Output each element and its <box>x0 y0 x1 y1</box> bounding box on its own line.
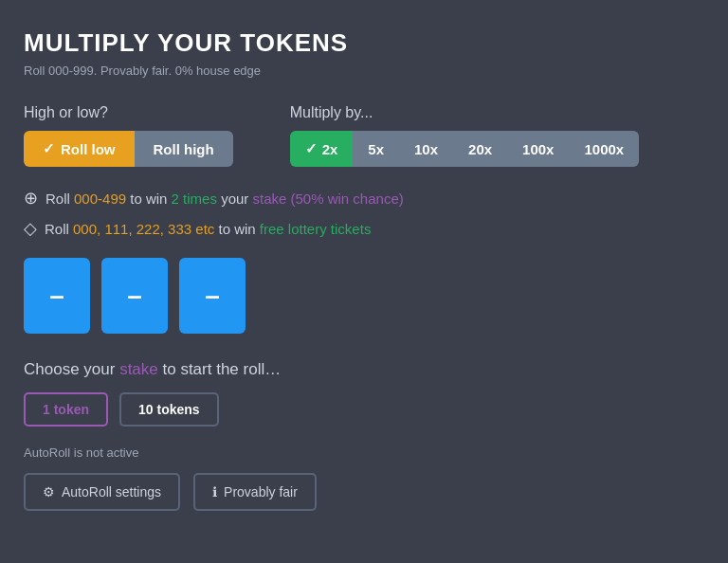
action-buttons: ⚙ AutoRoll settings ℹ Provably fair <box>24 473 704 511</box>
dice-section: – – – <box>24 258 704 334</box>
multiply-2x-check: ✓ <box>305 140 318 157</box>
stake-button-group: 1 token 10 tokens <box>24 392 704 427</box>
roll-stake: stake (50% win chance) <box>252 191 403 207</box>
autoroll-settings-label: AutoRoll settings <box>62 484 161 499</box>
multiply-20x-button[interactable]: 20x <box>453 131 507 167</box>
multiply-100x-button[interactable]: 100x <box>507 131 569 167</box>
stake-word: stake <box>119 360 158 378</box>
roll-button-group: ✓ Roll low Roll high <box>24 131 233 167</box>
info-section: ⊕ Roll 000-499 to win 2 times your stake… <box>24 188 704 239</box>
roll-low-label: Roll low <box>61 141 116 157</box>
dice-1-value: – <box>49 282 64 309</box>
roll-high-button[interactable]: Roll high <box>135 131 233 167</box>
dice-card-1[interactable]: – <box>24 258 90 334</box>
roll-times: 2 times <box>172 191 217 207</box>
high-or-low-section: High or low? ✓ Roll low Roll high <box>24 104 233 167</box>
roll-low-checkmark: ✓ <box>43 140 55 157</box>
lottery-info-text: Roll 000, 111, 222, 333 etc to win free … <box>45 221 371 237</box>
multiply-button-group: ✓ 2x 5x 10x 20x 100x 1000x <box>290 131 640 167</box>
multiply-2x-button[interactable]: ✓ 2x <box>290 131 354 167</box>
ticket-icon: ◇ <box>24 218 37 239</box>
dice-card-2[interactable]: – <box>101 258 168 334</box>
multiply-5x-button[interactable]: 5x <box>353 131 399 167</box>
dice-card-3[interactable]: – <box>179 258 246 334</box>
multiply-2x-label: 2x <box>322 141 338 157</box>
page-subtitle: Roll 000-999. Provably fair. 0% house ed… <box>24 64 704 78</box>
dice-2-value: – <box>127 282 142 309</box>
target-icon: ⊕ <box>24 188 38 209</box>
stake-section: Choose your stake to start the roll… 1 t… <box>24 360 704 427</box>
roll-range: 000-499 <box>74 191 126 207</box>
high-or-low-label: High or low? <box>24 104 233 121</box>
lottery-info-line: ◇ Roll 000, 111, 222, 333 etc to win fre… <box>24 218 704 239</box>
multiply-by-section: Multiply by... ✓ 2x 5x 10x 20x 100x 1000… <box>290 104 640 167</box>
roll-low-button[interactable]: ✓ Roll low <box>24 131 135 167</box>
stake-label: Choose your stake to start the roll… <box>24 360 704 379</box>
info-icon: ℹ <box>212 484 217 499</box>
autoroll-status: AutoRoll is not active <box>24 445 704 460</box>
stake-1-token-button[interactable]: 1 token <box>24 392 108 427</box>
multiply-by-label: Multiply by... <box>290 104 640 121</box>
multiply-1000x-button[interactable]: 1000x <box>569 131 639 167</box>
roll-info-text: Roll 000-499 to win 2 times your stake (… <box>46 191 404 207</box>
provably-fair-button[interactable]: ℹ Provably fair <box>193 473 317 511</box>
dice-3-value: – <box>205 282 220 309</box>
multiply-10x-button[interactable]: 10x <box>399 131 453 167</box>
autoroll-settings-button[interactable]: ⚙ AutoRoll settings <box>24 473 180 511</box>
gear-icon: ⚙ <box>43 484 55 499</box>
lottery-numbers: 000, 111, 222, 333 etc <box>73 221 214 237</box>
roll-info-line: ⊕ Roll 000-499 to win 2 times your stake… <box>24 188 704 209</box>
stake-10-tokens-button[interactable]: 10 tokens <box>119 392 219 427</box>
lottery-tickets: free lottery tickets <box>260 221 372 237</box>
page-title: MULTIPLY YOUR TOKENS <box>24 28 704 58</box>
provably-fair-label: Provably fair <box>224 484 298 499</box>
